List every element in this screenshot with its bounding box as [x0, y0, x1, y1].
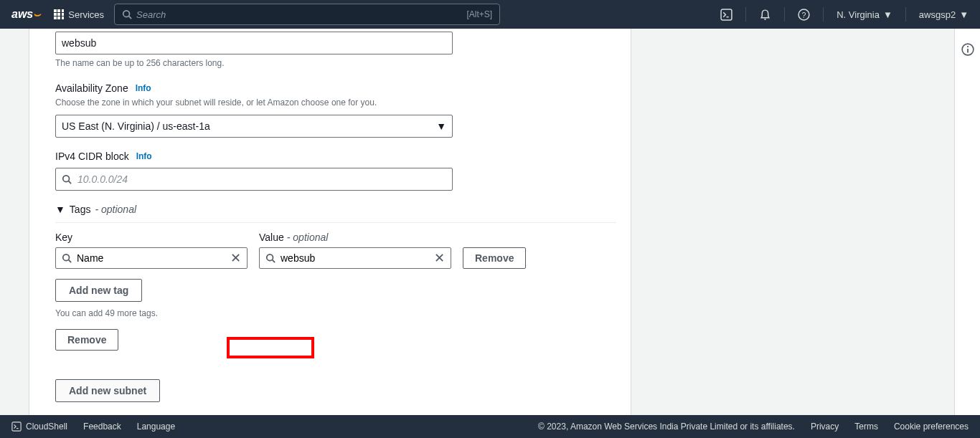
tags-toggle[interactable]: ▼ Tags - optional — [55, 204, 616, 223]
svg-line-8 — [69, 181, 72, 184]
copyright-text: © 2023, Amazon Web Services India Privat… — [538, 422, 795, 432]
search-icon — [62, 174, 72, 184]
svg-point-9 — [63, 254, 70, 260]
help-icon[interactable]: ? — [798, 9, 810, 21]
svg-point-11 — [267, 254, 273, 260]
top-nav: aws⌣ Services Search [Alt+S] ? N. Virgin… — [0, 0, 980, 29]
svg-line-1 — [129, 16, 132, 19]
main-scroll[interactable]: websub The name can be up to 256 charact… — [0, 29, 954, 415]
az-info-link[interactable]: Info — [136, 83, 151, 93]
caret-down-icon: ▼ — [55, 204, 65, 215]
tag-key-value: Name — [77, 252, 103, 264]
account-selector[interactable]: awsgsp2 ▼ — [919, 9, 969, 20]
tag-value-value: websub — [281, 252, 315, 264]
svg-line-12 — [273, 260, 275, 262]
remove-tag-button[interactable]: Remove — [463, 247, 526, 269]
cookies-link[interactable]: Cookie preferences — [894, 422, 969, 432]
region-selector[interactable]: N. Virginia ▼ — [837, 9, 892, 20]
svg-point-4 — [765, 18, 766, 19]
svg-point-14 — [967, 46, 969, 47]
az-select[interactable]: US East (N. Virginia) / us-east-1a ▼ — [55, 115, 453, 138]
tag-value-label: Value - optional — [259, 232, 451, 243]
svg-rect-16 — [12, 422, 21, 431]
cloudshell-link[interactable]: CloudShell — [11, 422, 67, 432]
subnet-form-panel: websub The name can be up to 256 charact… — [29, 29, 631, 415]
svg-point-0 — [123, 11, 130, 17]
footer: CloudShell Feedback Language © 2023, Ama… — [0, 415, 980, 438]
cidr-info-link[interactable]: Info — [136, 151, 152, 161]
privacy-link[interactable]: Privacy — [811, 422, 839, 432]
aws-logo[interactable]: aws⌣ — [11, 8, 41, 21]
cloudshell-icon[interactable] — [720, 9, 732, 21]
clear-icon[interactable]: ✕ — [434, 250, 445, 266]
add-subnet-button[interactable]: Add new subnet — [55, 379, 160, 402]
tag-limit-help: You can add 49 more tags. — [55, 308, 616, 320]
search-icon — [122, 9, 132, 19]
feedback-link[interactable]: Feedback — [83, 422, 121, 432]
search-placeholder: Search — [136, 9, 166, 20]
tags-label: Tags — [70, 204, 91, 215]
svg-point-7 — [63, 175, 70, 181]
subnet-name-help: The name can be up to 256 characters lon… — [55, 57, 616, 70]
tag-key-label: Key — [55, 232, 248, 243]
cloudshell-icon — [11, 422, 22, 432]
subnet-name-value: websub — [62, 37, 96, 49]
tag-key-input[interactable]: Name ✕ — [55, 247, 248, 269]
dropdown-caret-icon: ▼ — [436, 120, 446, 132]
search-input[interactable]: Search [Alt+S] — [114, 4, 500, 25]
info-rail — [954, 29, 980, 415]
info-icon[interactable] — [961, 43, 974, 56]
search-icon — [62, 253, 72, 263]
tags-optional: - optional — [95, 204, 136, 215]
cidr-placeholder: 10.0.0.0/24 — [77, 173, 128, 185]
tag-value-input[interactable]: websub ✕ — [259, 247, 451, 269]
az-value: US East (N. Virginia) / us-east-1a — [62, 120, 210, 132]
cidr-input[interactable]: 10.0.0.0/24 — [55, 168, 453, 191]
services-menu[interactable]: Services — [54, 9, 104, 20]
cidr-label: IPv4 CIDR block Info — [55, 151, 616, 162]
remove-subnet-button[interactable]: Remove — [55, 329, 118, 351]
add-tag-button[interactable]: Add new tag — [55, 279, 142, 302]
search-icon — [265, 253, 275, 263]
services-grid-icon — [54, 9, 64, 19]
caret-down-icon: ▼ — [883, 9, 892, 20]
svg-line-10 — [69, 260, 72, 262]
terms-link[interactable]: Terms — [854, 422, 878, 432]
svg-rect-2 — [721, 9, 732, 20]
subnet-name-input[interactable]: websub — [55, 32, 453, 54]
svg-text:?: ? — [802, 10, 806, 19]
clear-icon[interactable]: ✕ — [230, 250, 241, 266]
caret-down-icon: ▼ — [959, 9, 969, 20]
services-label: Services — [68, 9, 104, 20]
nav-right: ? N. Virginia ▼ awsgsp2 ▼ — [720, 7, 969, 22]
language-link[interactable]: Language — [137, 422, 175, 432]
az-help: Choose the zone in which your subnet wil… — [55, 97, 616, 109]
notifications-icon[interactable] — [759, 9, 771, 21]
search-shortcut: [Alt+S] — [466, 9, 492, 19]
az-label: Availability Zone Info — [55, 82, 616, 94]
